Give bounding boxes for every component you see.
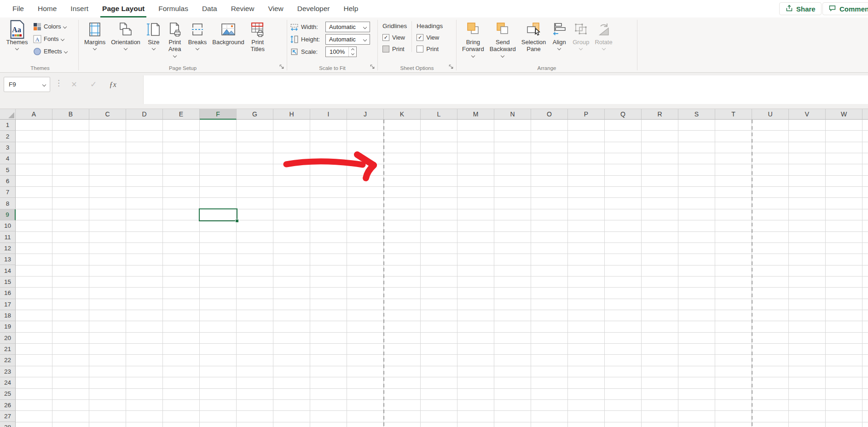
- row-header-19[interactable]: 19: [0, 321, 16, 332]
- row-header-2[interactable]: 2: [0, 131, 16, 142]
- column-header-T[interactable]: T: [715, 109, 752, 120]
- column-header-U[interactable]: U: [752, 109, 789, 120]
- row-header-16[interactable]: 16: [0, 288, 16, 299]
- row-header-26[interactable]: 26: [0, 400, 16, 411]
- select-all-corner[interactable]: [0, 109, 16, 120]
- page-setup-dialog-launcher-icon[interactable]: [278, 63, 285, 70]
- row-header-6[interactable]: 6: [0, 176, 16, 187]
- tab-insert[interactable]: Insert: [64, 0, 95, 17]
- background-button[interactable]: Background: [209, 19, 247, 63]
- row-header-12[interactable]: 12: [0, 243, 16, 254]
- row-header-23[interactable]: 23: [0, 366, 16, 377]
- column-header-I[interactable]: I: [310, 109, 347, 120]
- orientation-button[interactable]: Orientation: [108, 19, 143, 63]
- column-header-E[interactable]: E: [163, 109, 200, 120]
- spin-up-button[interactable]: [349, 47, 356, 52]
- share-button[interactable]: Share: [779, 2, 822, 15]
- scale-to-fit-dialog-launcher-icon[interactable]: [369, 63, 376, 70]
- width-dropdown[interactable]: Automatic: [325, 22, 370, 32]
- margins-button[interactable]: Margins: [81, 19, 108, 63]
- headings-view-checkbox[interactable]: ✓View: [417, 32, 443, 43]
- colors-button[interactable]: Colors: [31, 20, 69, 33]
- fill-handle[interactable]: [235, 219, 239, 223]
- row-header-5[interactable]: 5: [0, 164, 16, 175]
- row-header-11[interactable]: 11: [0, 231, 16, 242]
- tab-view[interactable]: View: [261, 0, 290, 17]
- themes-group: Aa Themes ColorsAFontsEffects Themes: [2, 17, 78, 72]
- column-header-F[interactable]: F: [200, 109, 237, 120]
- formula-input[interactable]: [143, 75, 868, 104]
- column-header-B[interactable]: B: [52, 109, 89, 120]
- row-header-27[interactable]: 27: [0, 411, 16, 422]
- sheet-options-dialog-launcher-icon[interactable]: [448, 63, 455, 70]
- row-header-10[interactable]: 10: [0, 220, 16, 231]
- column-header-D[interactable]: D: [126, 109, 163, 120]
- size-button[interactable]: Size: [143, 19, 164, 63]
- tab-formulas[interactable]: Formulas: [151, 0, 195, 17]
- tab-file[interactable]: File: [6, 0, 31, 17]
- fonts-button[interactable]: AFonts: [31, 33, 69, 45]
- formula-bar-dots-handle[interactable]: ⋮: [55, 78, 63, 88]
- row-header-8[interactable]: 8: [0, 198, 16, 209]
- selection-pane-button[interactable]: Selection Pane: [519, 19, 549, 63]
- row-header-13[interactable]: 13: [0, 254, 16, 265]
- grid-cells[interactable]: [16, 120, 868, 427]
- headings-print-checkbox[interactable]: Print: [417, 43, 443, 55]
- row-header-14[interactable]: 14: [0, 265, 16, 276]
- tab-data[interactable]: Data: [195, 0, 224, 17]
- tab-home[interactable]: Home: [31, 0, 64, 17]
- row-header-7[interactable]: 7: [0, 187, 16, 198]
- column-header-S[interactable]: S: [678, 109, 715, 120]
- column-header-R[interactable]: R: [642, 109, 678, 120]
- name-box[interactable]: F9: [4, 77, 50, 92]
- row-header-20[interactable]: 20: [0, 333, 16, 344]
- scale-spinner[interactable]: 100%: [325, 46, 357, 57]
- column-header-G[interactable]: G: [237, 109, 273, 120]
- row-header-1[interactable]: 1: [0, 120, 16, 131]
- themes-button[interactable]: Aa Themes: [5, 19, 29, 63]
- row-header-24[interactable]: 24: [0, 377, 16, 388]
- row-header-18[interactable]: 18: [0, 310, 16, 321]
- column-header-N[interactable]: N: [494, 109, 531, 120]
- row-header-4[interactable]: 4: [0, 153, 16, 164]
- effects-button[interactable]: Effects: [31, 45, 69, 58]
- column-header-L[interactable]: L: [421, 109, 457, 120]
- column-header-C[interactable]: C: [89, 109, 126, 120]
- send-backward-button[interactable]: Send Backward: [487, 19, 519, 63]
- bring-forward-button[interactable]: Bring Forward: [459, 19, 487, 63]
- column-header-W[interactable]: W: [826, 109, 862, 120]
- row-header-3[interactable]: 3: [0, 142, 16, 153]
- row-header-25[interactable]: 25: [0, 388, 16, 399]
- height-dropdown[interactable]: Automatic: [325, 34, 370, 45]
- name-box-dropdown[interactable]: [39, 83, 50, 86]
- align-button[interactable]: Align: [549, 19, 570, 63]
- column-header-A[interactable]: A: [16, 109, 52, 120]
- spin-down-button[interactable]: [349, 52, 356, 57]
- column-header-O[interactable]: O: [531, 109, 568, 120]
- column-header-M[interactable]: M: [457, 109, 494, 120]
- print-titles-button[interactable]: Print Titles: [247, 19, 268, 63]
- column-header-P[interactable]: P: [568, 109, 605, 120]
- row-header-21[interactable]: 21: [0, 344, 16, 355]
- column-header-K[interactable]: K: [384, 109, 421, 120]
- row-header-15[interactable]: 15: [0, 277, 16, 288]
- insert-function-button[interactable]: ƒx: [104, 77, 121, 92]
- column-header-V[interactable]: V: [789, 109, 826, 120]
- tab-review[interactable]: Review: [224, 0, 261, 17]
- tab-page-layout[interactable]: Page Layout: [95, 0, 151, 17]
- print-area-button[interactable]: Print Area: [164, 19, 185, 63]
- comments-button[interactable]: Comments: [822, 2, 868, 15]
- gridlines-view-checkbox[interactable]: ✓View: [382, 32, 407, 43]
- row-header-17[interactable]: 17: [0, 299, 16, 310]
- button-label: Group: [573, 39, 589, 46]
- row-header-22[interactable]: 22: [0, 355, 16, 366]
- column-header-H[interactable]: H: [273, 109, 310, 120]
- column-header-J[interactable]: J: [347, 109, 384, 120]
- row-header-9[interactable]: 9: [0, 209, 16, 220]
- column-header-Q[interactable]: Q: [605, 109, 642, 120]
- gridlines-print-checkbox[interactable]: Print: [382, 43, 407, 55]
- row-header-28[interactable]: 28: [0, 422, 16, 427]
- breaks-button[interactable]: Breaks: [185, 19, 209, 63]
- tab-help[interactable]: Help: [336, 0, 365, 17]
- tab-developer[interactable]: Developer: [290, 0, 337, 17]
